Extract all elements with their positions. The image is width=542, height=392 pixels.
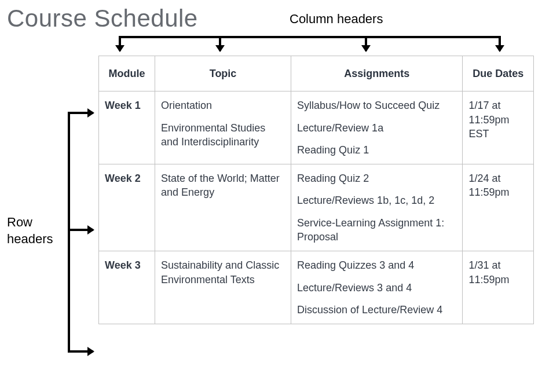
cell-due: 1/31 at 11:59pm bbox=[463, 251, 534, 324]
table-header-row: Module Topic Assignments Due Dates bbox=[99, 56, 534, 91]
col-header-assignments: Assignments bbox=[291, 56, 463, 91]
row-headers-bracket bbox=[68, 112, 70, 352]
row-header-module: Week 3 bbox=[99, 251, 155, 324]
cell-due: 1/17 at 11:59pm EST bbox=[463, 91, 534, 164]
arrow-right-icon bbox=[68, 229, 93, 231]
assignment-item: Reading Quiz 1 bbox=[297, 143, 456, 157]
row-headers-label: Row headers bbox=[7, 214, 59, 247]
topic-item: Sustainability and Classic Environmental… bbox=[161, 258, 285, 287]
row-header-module: Week 2 bbox=[99, 164, 155, 251]
arrow-right-icon bbox=[68, 350, 93, 353]
row-header-module: Week 1 bbox=[99, 91, 155, 164]
arrow-down-icon bbox=[499, 36, 501, 51]
assignment-item: Lecture/Review 1a bbox=[297, 121, 456, 135]
cell-assignments: Reading Quizzes 3 and 4Lecture/Reviews 3… bbox=[291, 251, 463, 324]
cell-topic: OrientationEnvironmental Studies and Int… bbox=[155, 91, 291, 164]
assignment-item: Lecture/Reviews 1b, 1c, 1d, 2 bbox=[297, 193, 456, 207]
cell-due: 1/24 at 11:59pm bbox=[463, 164, 534, 251]
assignment-item: Reading Quiz 2 bbox=[297, 171, 456, 185]
schedule-table: Module Topic Assignments Due Dates Week … bbox=[98, 56, 534, 324]
assignment-item: Discussion of Lecture/Review 4 bbox=[297, 303, 456, 317]
topic-item: Environmental Studies and Interdisciplin… bbox=[161, 121, 285, 149]
table-row: Week 3Sustainability and Classic Environ… bbox=[99, 251, 534, 324]
assignment-item: Lecture/Reviews 3 and 4 bbox=[297, 281, 456, 295]
arrow-down-icon bbox=[365, 36, 367, 51]
cell-assignments: Syllabus/How to Succeed QuizLecture/Revi… bbox=[291, 91, 463, 164]
arrow-down-icon bbox=[119, 36, 121, 51]
cell-topic: Sustainability and Classic Environmental… bbox=[155, 251, 291, 324]
assignment-item: Reading Quizzes 3 and 4 bbox=[297, 258, 456, 272]
topic-item: Orientation bbox=[161, 98, 285, 112]
assignment-item: Service-Learning Assignment 1: Proposal bbox=[297, 216, 456, 244]
assignment-item: Syllabus/How to Succeed Quiz bbox=[297, 98, 456, 112]
table-row: Week 2State of the World; Matter and Ene… bbox=[99, 164, 534, 251]
col-header-due: Due Dates bbox=[463, 56, 534, 91]
col-header-topic: Topic bbox=[155, 56, 291, 91]
column-headers-bracket bbox=[119, 36, 501, 38]
cell-assignments: Reading Quiz 2Lecture/Reviews 1b, 1c, 1d… bbox=[291, 164, 463, 251]
page-title: Course Schedule bbox=[0, 0, 542, 32]
col-header-module: Module bbox=[99, 56, 155, 91]
arrow-down-icon bbox=[219, 36, 221, 51]
column-headers-label: Column headers bbox=[290, 12, 383, 27]
arrow-right-icon bbox=[68, 112, 93, 114]
cell-topic: State of the World; Matter and Energy bbox=[155, 164, 291, 251]
topic-item: State of the World; Matter and Energy bbox=[161, 171, 285, 200]
table-row: Week 1OrientationEnvironmental Studies a… bbox=[99, 91, 534, 164]
